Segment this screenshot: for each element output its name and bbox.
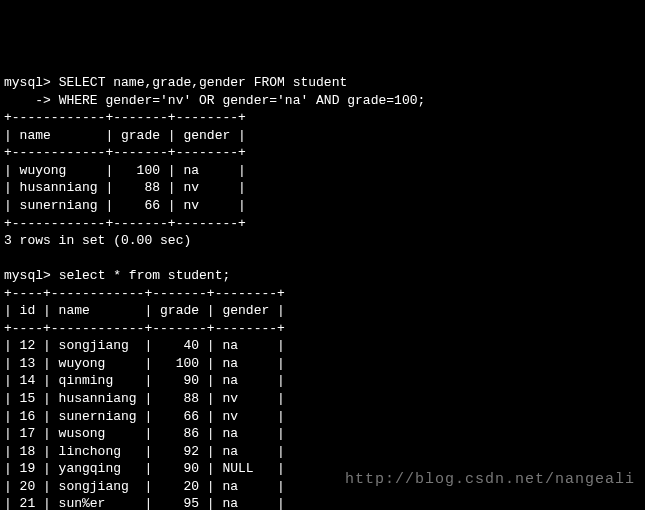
table1-row: | husanniang | 88 | nv | [4,180,246,195]
table1-sep-bot: +------------+-------+--------+ [4,216,246,231]
mysql-prompt: mysql> [4,75,51,90]
table2-row: | 14 | qinming | 90 | na | [4,373,285,388]
mysql-prompt: mysql> [4,268,51,283]
table1-sep-mid: +------------+-------+--------+ [4,145,246,160]
table2-row: | 17 | wusong | 86 | na | [4,426,285,441]
table2-row: | 19 | yangqing | 90 | NULL | [4,461,285,476]
table2-row: | 21 | sun%er | 95 | na | [4,496,285,510]
table2-row: | 15 | husanniang | 88 | nv | [4,391,285,406]
watermark: http://blog.csdn.net/nangeali [345,470,635,490]
table2-sep-mid: +----+------------+-------+--------+ [4,321,285,336]
table2-sep-top: +----+------------+-------+--------+ [4,286,285,301]
table2-row: | 12 | songjiang | 40 | na | [4,338,285,353]
table1-header: | name | grade | gender | [4,128,246,143]
table1-sep-top: +------------+-------+--------+ [4,110,246,125]
continuation-prompt: -> [4,93,51,108]
table2-row: | 16 | sunerniang | 66 | nv | [4,409,285,424]
query2: select * from student; [59,268,231,283]
table1-row: | sunerniang | 66 | nv | [4,198,246,213]
table2-row: | 20 | songjiang | 20 | na | [4,479,285,494]
table1-footer: 3 rows in set (0.00 sec) [4,233,191,248]
table2-row: | 18 | linchong | 92 | na | [4,444,285,459]
query1-line2: WHERE gender='nv' OR gender='na' AND gra… [59,93,426,108]
table2-header: | id | name | grade | gender | [4,303,285,318]
query1-line1: SELECT name,grade,gender FROM student [59,75,348,90]
table2-row: | 13 | wuyong | 100 | na | [4,356,285,371]
table1-row: | wuyong | 100 | na | [4,163,246,178]
